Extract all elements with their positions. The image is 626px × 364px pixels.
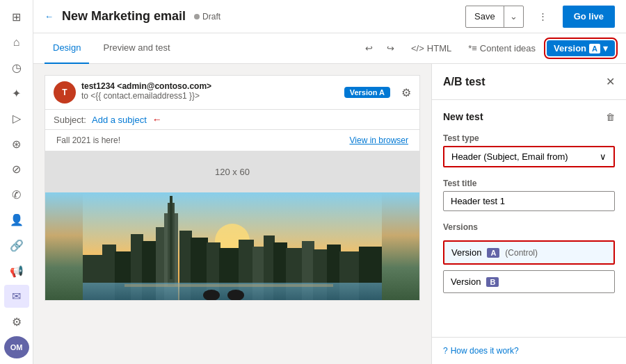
undo-button[interactable]: ↩ [360, 39, 378, 58]
tab-preview[interactable]: Preview and test [95, 33, 178, 64]
sender-info: T test1234 <admin@contoso.com> to <{{ co… [54, 81, 211, 104]
save-dropdown-button[interactable]: ⌄ [504, 6, 523, 27]
test-title-label: Test title [443, 179, 615, 188]
fall-text: Fall 2021 is here! [56, 135, 120, 145]
nav-home-icon[interactable]: ⌂ [4, 31, 29, 54]
draft-badge: Draft [194, 12, 220, 22]
save-button-group[interactable]: Save ⌄ [465, 6, 524, 28]
version-button[interactable]: Version A ▾ [547, 40, 615, 56]
redo-button[interactable]: ↪ [381, 39, 400, 58]
version-a-text: Version [451, 247, 481, 258]
nav-goals-icon[interactable]: ⊘ [4, 158, 29, 181]
version-badge: A [589, 44, 600, 53]
version-b-badge: B [486, 277, 499, 287]
email-top-banner: Fall 2021 is here! View in browser [45, 130, 419, 151]
email-settings-icon[interactable]: ⚙ [401, 86, 411, 99]
versions-label: Versions [443, 222, 615, 232]
email-canvas: T test1234 <admin@contoso.com> to <{{ co… [33, 64, 431, 364]
panel-footer: ? How does it work? [432, 337, 626, 364]
test-name-label: New test [443, 111, 483, 122]
subject-bar: Subject: Add a subject ← [45, 109, 420, 129]
html-code-icon: </> [411, 43, 424, 53]
subject-arrow-indicator: ← [152, 114, 162, 125]
delete-test-button[interactable]: 🗑 [606, 112, 615, 122]
nav-send-icon[interactable]: ▷ [4, 107, 29, 130]
tab-design[interactable]: Design [45, 33, 89, 64]
placeholder-size-label: 120 x 60 [215, 167, 250, 177]
nav-contacts-icon[interactable]: 👤 [4, 209, 29, 232]
test-type-select[interactable]: Header (Subject, Email from) ∨ [443, 146, 615, 167]
svg-rect-10 [170, 196, 172, 279]
panel-body: New test 🗑 Test type Header (Subject, Em… [432, 100, 626, 337]
question-icon: ? [443, 346, 448, 356]
sender-to: to <{{ contact.emailaddress1 }}> [81, 91, 211, 101]
back-button[interactable]: ← [45, 11, 54, 22]
nav-insights-icon[interactable]: ✦ [4, 82, 29, 105]
email-header-bar: T test1234 <admin@contoso.com> to <{{ co… [45, 75, 420, 109]
view-in-browser-link[interactable]: View in browser [350, 135, 408, 145]
subject-label: Subject: [54, 115, 86, 125]
top-bar: ← New Marketing email Draft Save ⌄ ⋮ Go … [33, 0, 626, 33]
save-main-button[interactable]: Save [466, 6, 504, 27]
panel-header: A/B test ✕ [432, 64, 626, 100]
version-a-badge: A [487, 248, 499, 258]
svg-rect-28 [125, 284, 333, 287]
version-text: Version [554, 43, 586, 53]
draft-label: Draft [202, 12, 220, 22]
version-b-item[interactable]: Version B [443, 270, 615, 293]
email-body: Fall 2021 is here! View in browser 120 x… [45, 129, 420, 301]
version-a-control-label: (Control) [505, 248, 538, 258]
left-navigation: ⊞ ⌂ ◷ ✦ ▷ ⊛ ⊘ ✆ 👤 🔗 📢 ✉ ⚙ OM [0, 0, 33, 364]
how-does-it-work-link[interactable]: ? How does it work? [443, 346, 615, 356]
how-link-label: How does it work? [451, 346, 519, 356]
version-b-text: Version [451, 276, 481, 287]
draft-dot [194, 14, 200, 19]
email-version-badge: Version A [344, 87, 390, 98]
nav-grid-icon[interactable]: ⊞ [4, 6, 29, 28]
placeholder-image: 120 x 60 [45, 151, 419, 192]
main-content: ← New Marketing email Draft Save ⌄ ⋮ Go … [33, 0, 626, 364]
toolbar: Design Preview and test ↩ ↪ </> HTML *≡ … [33, 33, 626, 64]
nav-campaigns-icon[interactable]: 📢 [4, 260, 29, 283]
nav-settings-icon[interactable]: ⚙ [4, 311, 29, 333]
version-a-item[interactable]: Version A (Control) [443, 240, 615, 265]
html-button[interactable]: </> HTML [406, 39, 457, 58]
page-title: New Marketing email [62, 9, 186, 24]
content-ideas-label: Content ideas [480, 43, 536, 53]
sender-name: test1234 <admin@contoso.com> [81, 81, 211, 91]
nav-link-icon[interactable]: 🔗 [4, 234, 29, 257]
city-image [45, 192, 419, 300]
body-area: T test1234 <admin@contoso.com> to <{{ co… [33, 64, 626, 364]
html-label: HTML [427, 43, 451, 53]
go-live-button[interactable]: Go live [563, 6, 615, 28]
more-options-button[interactable]: ⋮ [532, 6, 554, 28]
sender-details: test1234 <admin@contoso.com> to <{{ cont… [81, 81, 211, 101]
back-arrow-icon: ← [45, 11, 54, 22]
nav-recent-icon[interactable]: ◷ [4, 56, 29, 79]
canvas-wrapper: T test1234 <admin@contoso.com> to <{{ co… [45, 75, 420, 301]
test-type-label: Test type [443, 133, 615, 143]
nav-avatar[interactable]: OM [4, 336, 29, 359]
city-skyline-svg [45, 192, 419, 300]
content-ideas-button[interactable]: *≡ Content ideas [463, 39, 541, 58]
test-name-row: New test 🗑 [443, 111, 615, 122]
nav-email-icon[interactable]: ✉ [4, 285, 29, 308]
nav-phone-icon[interactable]: ✆ [4, 183, 29, 206]
version-chevron-icon: ▾ [603, 43, 608, 53]
panel-title: A/B test [443, 76, 485, 88]
sender-avatar: T [54, 81, 76, 104]
subject-link[interactable]: Add a subject [92, 115, 147, 125]
test-type-value: Header (Subject, Email from) [451, 151, 568, 162]
test-type-chevron-icon: ∨ [600, 151, 607, 162]
content-ideas-icon: *≡ [468, 43, 477, 53]
nav-segments-icon[interactable]: ⊛ [4, 133, 29, 156]
test-title-input[interactable] [443, 191, 615, 211]
ab-test-panel: A/B test ✕ New test 🗑 Test type Header (… [431, 64, 626, 364]
close-panel-button[interactable]: ✕ [606, 75, 615, 88]
